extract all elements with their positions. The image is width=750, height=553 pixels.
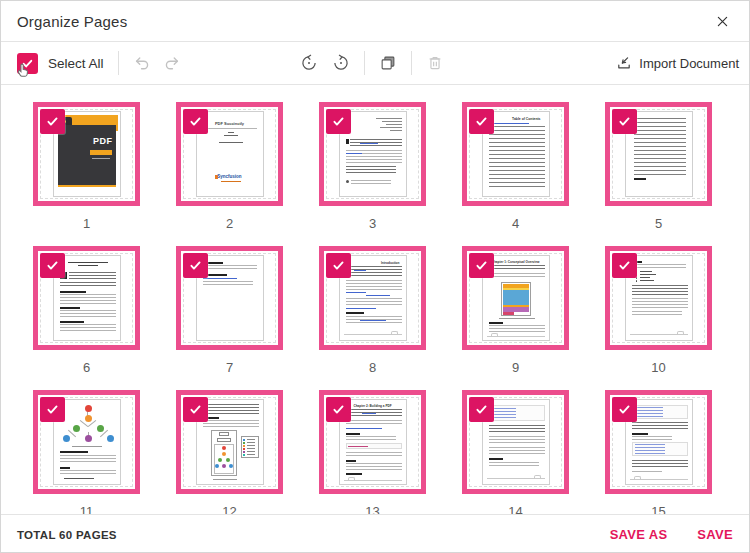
total-pages-label: TOTAL 60 PAGES: [17, 529, 117, 541]
page-thumbnail[interactable]: PDF: [33, 102, 140, 206]
page-checkbox[interactable]: [40, 109, 65, 134]
page-cell: Introduction 8: [319, 246, 426, 375]
page-number: 4: [462, 216, 569, 231]
page-checkbox[interactable]: [183, 397, 208, 422]
page-cell: 15: [605, 390, 712, 514]
undo-button[interactable]: [133, 54, 151, 72]
page-thumbnail[interactable]: [605, 390, 712, 494]
rotate-left-icon[interactable]: [300, 54, 318, 72]
page-thumbnail[interactable]: [319, 102, 426, 206]
page-cell: Chapter 1: Conceptual Overview 9: [462, 246, 569, 375]
page-number: 11: [33, 504, 140, 514]
pages-scroll-area[interactable]: PDF 1PDF Succinctly Syncfusion 2 3Table …: [1, 85, 749, 514]
page-cell: 11: [33, 390, 140, 514]
copy-pages-icon[interactable]: [379, 54, 397, 72]
checkbox-checked-icon[interactable]: [17, 53, 38, 74]
page-thumbnail[interactable]: PDF Succinctly Syncfusion: [176, 102, 283, 206]
delete-pages-icon[interactable]: [426, 54, 444, 72]
redo-button[interactable]: [163, 54, 181, 72]
dialog-footer: TOTAL 60 PAGES SAVE AS SAVE: [1, 514, 749, 553]
page-number: 1: [33, 216, 140, 231]
page-number: 13: [319, 504, 426, 514]
page-cell: 10: [605, 246, 712, 375]
page-checkbox[interactable]: [612, 253, 637, 278]
page-number: 5: [605, 216, 712, 231]
page-checkbox[interactable]: [40, 253, 65, 278]
page-cell: 5: [605, 102, 712, 231]
toolbar-separator: [118, 51, 119, 75]
page-checkbox[interactable]: [326, 397, 351, 422]
page-thumbnail[interactable]: Chapter 1: Conceptual Overview: [462, 246, 569, 350]
dialog-header: Organize Pages: [1, 1, 749, 42]
page-thumbnail[interactable]: [176, 246, 283, 350]
page-number: 15: [605, 504, 712, 514]
import-icon: [616, 55, 632, 71]
page-number: 7: [176, 360, 283, 375]
page-number: 9: [462, 360, 569, 375]
page-thumbnail[interactable]: Introduction: [319, 246, 426, 350]
page-checkbox[interactable]: [469, 109, 494, 134]
pages-grid: PDF 1PDF Succinctly Syncfusion 2 3Table …: [33, 102, 749, 514]
page-checkbox[interactable]: [612, 397, 637, 422]
page-thumbnail[interactable]: [33, 390, 140, 494]
page-checkbox[interactable]: [612, 109, 637, 134]
page-cell: Table of Contents 4: [462, 102, 569, 231]
page-cell: Chapter 2: Building a PDF 13: [319, 390, 426, 514]
dialog-title: Organize Pages: [17, 13, 127, 30]
page-checkbox[interactable]: [326, 109, 351, 134]
page-number: 6: [33, 360, 140, 375]
page-cell: 12: [176, 390, 283, 514]
page-cell: PDF 1: [33, 102, 140, 231]
page-number: 2: [176, 216, 283, 231]
close-icon[interactable]: [709, 8, 735, 34]
page-thumbnail[interactable]: [176, 390, 283, 494]
page-cell: 6: [33, 246, 140, 375]
page-checkbox[interactable]: [326, 253, 351, 278]
import-document-button[interactable]: Import Document: [616, 55, 739, 71]
toolbar: Select All: [1, 42, 749, 85]
toolbar-separator: [411, 51, 412, 75]
import-document-label: Import Document: [639, 56, 739, 71]
page-thumbnail[interactable]: [605, 102, 712, 206]
page-cell: 3: [319, 102, 426, 231]
rotate-right-icon[interactable]: [332, 54, 350, 72]
page-checkbox[interactable]: [40, 397, 65, 422]
save-as-button[interactable]: SAVE AS: [610, 527, 668, 542]
page-cell: PDF Succinctly Syncfusion 2: [176, 102, 283, 231]
page-number: 3: [319, 216, 426, 231]
page-checkbox[interactable]: [469, 397, 494, 422]
page-thumbnail[interactable]: [605, 246, 712, 350]
select-all-label: Select All: [48, 56, 104, 71]
page-number: 12: [176, 504, 283, 514]
toolbar-separator: [364, 51, 365, 75]
page-cell: 7: [176, 246, 283, 375]
page-number: 14: [462, 504, 569, 514]
page-checkbox[interactable]: [469, 253, 494, 278]
page-checkbox[interactable]: [183, 109, 208, 134]
page-checkbox[interactable]: [183, 253, 208, 278]
select-all-checkbox[interactable]: Select All: [17, 53, 104, 74]
organize-pages-dialog: Organize Pages Select All: [0, 0, 750, 553]
page-thumbnail[interactable]: [33, 246, 140, 350]
save-button[interactable]: SAVE: [697, 527, 733, 542]
page-thumbnail[interactable]: Table of Contents: [462, 102, 569, 206]
mouse-cursor-icon: [15, 62, 32, 79]
page-thumbnail[interactable]: [462, 390, 569, 494]
page-thumbnail[interactable]: Chapter 2: Building a PDF: [319, 390, 426, 494]
page-cell: 14: [462, 390, 569, 514]
page-number: 10: [605, 360, 712, 375]
page-number: 8: [319, 360, 426, 375]
